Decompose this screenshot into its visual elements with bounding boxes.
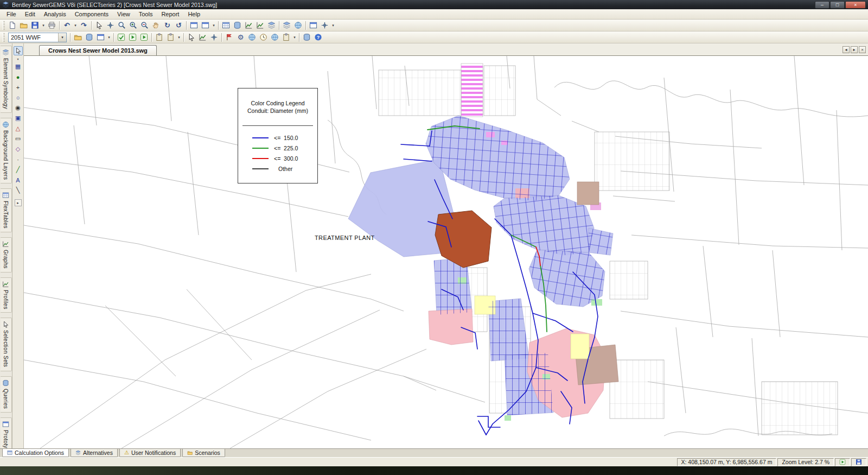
undo-dropdown[interactable]: ▾ bbox=[73, 20, 78, 31]
map-canvas[interactable] bbox=[24, 56, 868, 448]
menu-help[interactable]: Help bbox=[183, 9, 205, 19]
save-icon[interactable] bbox=[29, 20, 41, 31]
menu-edit[interactable]: Edit bbox=[21, 9, 40, 19]
text-tool-icon[interactable]: A bbox=[14, 175, 23, 185]
toolbar-grip[interactable] bbox=[3, 21, 5, 30]
catchment-tool-icon[interactable]: ▦ bbox=[14, 62, 23, 71]
menu-tools[interactable]: Tools bbox=[135, 9, 157, 19]
named-views-icon[interactable] bbox=[200, 20, 211, 31]
new-icon[interactable] bbox=[7, 20, 18, 31]
zoom-window-icon[interactable] bbox=[116, 20, 127, 31]
tab-calculation-options[interactable]: Calculation Options bbox=[2, 449, 69, 457]
lateral-tool-icon[interactable]: ╱ bbox=[14, 165, 23, 174]
profiles-icon[interactable] bbox=[254, 20, 266, 31]
pan-icon[interactable] bbox=[150, 20, 162, 31]
web-model-icon[interactable] bbox=[246, 32, 258, 43]
sidebar-item-flextables[interactable]: FlexTables bbox=[1, 188, 12, 232]
tools-dropdown[interactable]: ▾ bbox=[292, 32, 297, 43]
manhole-tool-icon[interactable]: ● bbox=[14, 72, 23, 81]
outfall-tool-icon[interactable]: ◇ bbox=[14, 144, 23, 154]
time-browser-icon[interactable] bbox=[258, 32, 269, 43]
undo-icon[interactable]: ↶ bbox=[61, 20, 73, 31]
maximize-button[interactable]: □ bbox=[830, 1, 845, 9]
sidebar-item-background-layers[interactable]: Background Layers bbox=[1, 118, 12, 183]
menu-view[interactable]: View bbox=[113, 9, 135, 19]
close-button[interactable]: × bbox=[845, 1, 866, 9]
zoom-out-icon[interactable] bbox=[139, 20, 150, 31]
refresh-icon[interactable]: ↻ bbox=[162, 20, 173, 31]
tab-user-notifications[interactable]: ⚠ User Notifications bbox=[119, 449, 181, 457]
print-icon[interactable] bbox=[46, 20, 58, 31]
save-dropdown[interactable]: ▾ bbox=[41, 20, 46, 31]
tap-tool-icon[interactable]: · bbox=[14, 155, 23, 164]
paste-alternative-icon[interactable] bbox=[165, 32, 176, 43]
views-dropdown[interactable]: ▾ bbox=[211, 20, 216, 31]
sidebar-item-prototype[interactable]: Prototype bbox=[1, 417, 12, 448]
save-status-icon[interactable] bbox=[851, 458, 866, 466]
validate-icon[interactable] bbox=[116, 32, 127, 43]
scenario-dropdown[interactable]: ▾ bbox=[106, 32, 112, 43]
pump-tool-icon[interactable]: △ bbox=[14, 124, 23, 133]
network-navigator-icon[interactable] bbox=[319, 20, 330, 31]
pond-tool-icon[interactable]: ▣ bbox=[14, 113, 23, 123]
scenario-database-icon[interactable] bbox=[84, 32, 95, 43]
scenario-combobox-arrow[interactable]: ▾ bbox=[58, 33, 66, 42]
menu-analysis[interactable]: Analysis bbox=[40, 9, 71, 19]
select-elements-icon[interactable] bbox=[186, 32, 197, 43]
tab-alternatives[interactable]: Alternatives bbox=[71, 449, 118, 457]
measure-icon[interactable] bbox=[208, 32, 220, 43]
compute-status-icon[interactable] bbox=[835, 458, 850, 466]
open-icon[interactable] bbox=[18, 20, 29, 31]
title-bar[interactable]: Bentley SewerGEMS V8i (SELECTseries 2) [… bbox=[0, 0, 868, 9]
menu-report[interactable]: Report bbox=[157, 9, 183, 19]
help-icon[interactable] bbox=[312, 32, 324, 43]
aerial-view-icon[interactable] bbox=[188, 20, 200, 31]
minimize-button[interactable]: – bbox=[815, 1, 829, 9]
zoom-previous-icon[interactable]: ↺ bbox=[173, 20, 184, 31]
sidebar-item-element-symbology[interactable]: Element Symbology bbox=[1, 46, 12, 113]
wetwell-tool-icon[interactable]: ▭ bbox=[14, 134, 23, 143]
engineering-libraries-icon[interactable] bbox=[301, 32, 312, 43]
tool-dropdown[interactable]: ▾ bbox=[14, 56, 23, 61]
projection-icon[interactable] bbox=[269, 32, 280, 43]
sidebar-item-profiles[interactable]: Profiles bbox=[1, 277, 12, 313]
properties-icon[interactable] bbox=[308, 20, 319, 31]
zoom-in-icon[interactable] bbox=[127, 20, 139, 31]
flextables-icon[interactable] bbox=[220, 20, 232, 31]
tab-scroll-left-icon[interactable]: ◂ bbox=[843, 46, 850, 53]
scenario-combobox[interactable]: 2051 WWF ▾ bbox=[8, 33, 67, 42]
queries-icon[interactable] bbox=[232, 20, 243, 31]
select-icon[interactable] bbox=[93, 20, 105, 31]
map-viewport[interactable]: Color Coding Legend Conduit: Diameter (m… bbox=[24, 56, 868, 448]
menu-components[interactable]: Components bbox=[71, 9, 113, 19]
element-symbology-icon[interactable] bbox=[281, 20, 292, 31]
toolbar-more-dropdown[interactable]: ▾ bbox=[330, 20, 336, 31]
notes-icon[interactable] bbox=[280, 32, 292, 43]
sidebar-item-selection-sets[interactable]: Selection Sets bbox=[1, 318, 12, 371]
background-layers-icon[interactable] bbox=[292, 20, 304, 31]
toolbar-grip[interactable] bbox=[3, 33, 5, 42]
transition-tool-icon[interactable]: ○ bbox=[14, 93, 23, 102]
contours-icon[interactable] bbox=[266, 20, 277, 31]
redo-icon[interactable]: ↷ bbox=[78, 20, 90, 31]
tab-scroll-right-icon[interactable]: ▸ bbox=[851, 46, 858, 53]
polygon-select-icon[interactable] bbox=[105, 20, 116, 31]
tab-close-icon[interactable]: × bbox=[859, 46, 866, 53]
tab-scenarios[interactable]: Scenarios bbox=[182, 449, 225, 457]
sidebar-item-queries[interactable]: Queries bbox=[1, 376, 12, 413]
menu-file[interactable]: File bbox=[2, 9, 21, 19]
compute-icon[interactable] bbox=[127, 32, 138, 43]
quick-graph-icon[interactable] bbox=[197, 32, 208, 43]
line-tool-icon[interactable]: ╲ bbox=[14, 186, 23, 195]
alternatives-dropdown[interactable]: ▾ bbox=[176, 32, 182, 43]
batch-run-icon[interactable] bbox=[138, 32, 150, 43]
sidebar-item-graphs[interactable]: Graphs bbox=[1, 237, 12, 273]
scenario-manager-icon[interactable] bbox=[95, 32, 106, 43]
pressure-junction-tool-icon[interactable]: + bbox=[14, 83, 23, 92]
select-tool-icon[interactable] bbox=[14, 46, 23, 55]
document-tab[interactable]: Crows Nest Sewer Model 2013.swg bbox=[39, 45, 157, 55]
options-gear-icon[interactable]: ⚙ bbox=[235, 32, 246, 43]
flag-icon[interactable] bbox=[224, 32, 235, 43]
open-scenario-icon[interactable] bbox=[72, 32, 84, 43]
catchbasin-tool-icon[interactable]: ◉ bbox=[14, 103, 23, 112]
